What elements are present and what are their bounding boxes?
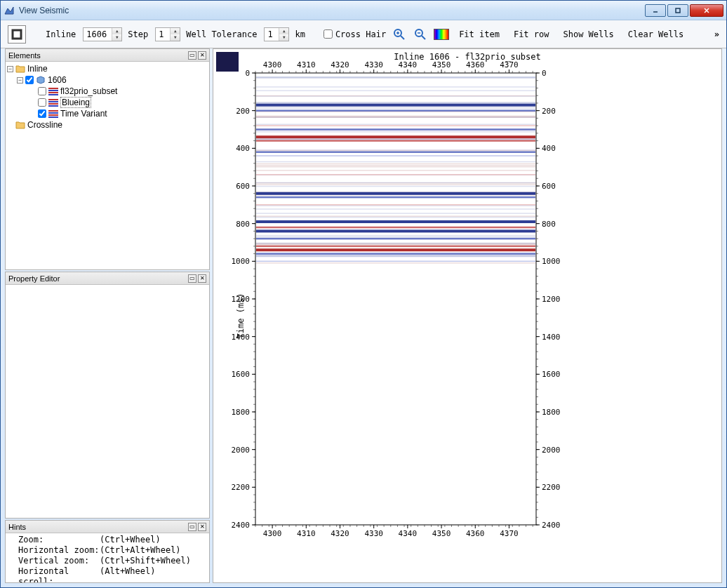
svg-text:600: 600 [236, 182, 250, 191]
minimize-button[interactable] [645, 4, 666, 17]
tree-node-timevariant[interactable]: Time Variant [7, 108, 208, 119]
well-tol-unit: km [295, 29, 305, 39]
title-bar[interactable]: View Seismic [1, 1, 726, 20]
tree-label-timevariant: Time Variant [60, 109, 107, 119]
inline-up[interactable]: ▲ [112, 28, 121, 34]
window-title: View Seismic [19, 6, 645, 15]
fit-item-button[interactable]: Fit item [455, 28, 504, 41]
seismic-plot[interactable]: 4300430043104310432043204330433043404340… [213, 49, 719, 582]
svg-rect-369 [256, 131, 535, 133]
svg-text:4320: 4320 [331, 60, 349, 69]
crosshair-checkbox[interactable] [324, 29, 333, 39]
svg-rect-13 [48, 94, 58, 95]
seismic-view[interactable]: Inline 1606 - fl32prio_subset Time (ms) … [213, 48, 722, 583]
node-checkbox[interactable] [38, 98, 46, 107]
svg-rect-379 [256, 151, 535, 153]
tree-label-fl32: fl32prio_subset [60, 86, 117, 96]
expander-icon[interactable]: − [7, 66, 13, 72]
svg-rect-342 [256, 256, 535, 258]
svg-text:4300: 4300 [263, 529, 282, 538]
svg-rect-16 [48, 103, 58, 105]
elements-tree[interactable]: − Inline − 1606 f [7, 63, 208, 131]
svg-rect-376 [256, 128, 535, 131]
step-spinbox[interactable]: ▲ ▼ [155, 27, 180, 41]
well-tol-up[interactable]: ▲ [279, 28, 288, 34]
svg-rect-378 [256, 140, 535, 142]
svg-rect-347 [256, 90, 535, 91]
svg-rect-346 [256, 215, 535, 217]
well-tol-input[interactable] [265, 28, 279, 41]
hint-vzoom: Vertical zoom:(Ctrl+Shift+Wheel) [8, 556, 206, 566]
inline-spinbox[interactable]: ▲ ▼ [83, 27, 122, 41]
tree-node-blueing[interactable]: Blueing [7, 97, 208, 108]
svg-rect-337 [256, 235, 535, 236]
colormap-button[interactable] [434, 27, 449, 42]
hints-close-button[interactable]: ✕ [198, 523, 206, 531]
hints-header[interactable]: Hints ▭ ✕ [6, 521, 209, 533]
svg-text:2200: 2200 [542, 483, 561, 492]
svg-rect-20 [48, 114, 58, 116]
svg-text:2000: 2000 [232, 446, 251, 455]
propedit-title: Property Editor [8, 274, 187, 283]
node-checkbox[interactable] [25, 76, 34, 84]
zoom-in-button[interactable] [392, 27, 407, 42]
step-input[interactable] [156, 28, 170, 41]
hints-float-button[interactable]: ▭ [188, 523, 196, 531]
toolbar-overflow[interactable]: » [714, 29, 719, 39]
hints-body: Zoom:(Ctrl+Wheel) Horizontal zoom:(Ctrl+… [6, 533, 209, 582]
elements-float-button[interactable]: ▭ [188, 51, 196, 60]
zoom-out-button[interactable] [413, 27, 428, 42]
svg-rect-377 [256, 135, 535, 138]
crosshair-toggle[interactable]: Cross Hair [324, 29, 386, 39]
step-up[interactable]: ▲ [171, 28, 180, 34]
propedit-close-button[interactable]: ✕ [198, 274, 206, 283]
svg-rect-382 [256, 192, 535, 195]
node-checkbox[interactable] [38, 109, 46, 118]
maximize-button[interactable] [667, 4, 688, 17]
square-icon [11, 29, 22, 40]
zoom-out-icon [414, 28, 427, 41]
well-tol-spinbox[interactable]: ▲ ▼ [264, 27, 289, 41]
inline-down[interactable]: ▼ [112, 34, 121, 41]
clear-wells-button[interactable]: Clear Wells [624, 28, 688, 41]
propedit-header[interactable]: Property Editor ▭ ✕ [6, 272, 209, 285]
frame-tool[interactable] [8, 25, 26, 44]
svg-rect-383 [256, 196, 535, 199]
tree-label-inline: Inline [27, 64, 48, 74]
svg-rect-361 [256, 165, 535, 166]
elements-header[interactable]: Elements ▭ ✕ [6, 49, 209, 62]
svg-text:2400: 2400 [542, 521, 561, 530]
close-button[interactable] [690, 4, 723, 17]
expander-icon[interactable]: − [17, 77, 23, 83]
tree-node-inline[interactable]: − Inline [7, 63, 208, 74]
elements-close-button[interactable]: ✕ [198, 51, 206, 60]
svg-text:400: 400 [542, 144, 556, 153]
fit-row-button[interactable]: Fit row [509, 28, 554, 41]
tree-node-crossline[interactable]: Crossline [7, 119, 208, 131]
step-down[interactable]: ▼ [171, 34, 180, 41]
tree-node-fl32[interactable]: fl32prio_subset [7, 86, 208, 97]
svg-text:1200: 1200 [232, 295, 251, 304]
svg-text:1600: 1600 [232, 370, 251, 379]
svg-text:2200: 2200 [232, 483, 251, 492]
propedit-float-button[interactable]: ▭ [188, 274, 196, 283]
well-tol-down[interactable]: ▼ [279, 34, 288, 41]
step-label: Step [128, 29, 148, 39]
svg-rect-387 [256, 229, 535, 232]
tree-node-1606[interactable]: − 1606 [7, 74, 208, 86]
tree-label-1606: 1606 [48, 75, 67, 85]
svg-text:4300: 4300 [263, 60, 282, 69]
svg-rect-381 [256, 174, 535, 175]
node-checkbox[interactable] [38, 87, 46, 95]
svg-text:4330: 4330 [364, 529, 383, 538]
svg-text:1800: 1800 [232, 408, 251, 417]
show-wells-button[interactable]: Show Wells [559, 28, 618, 41]
inline-input[interactable] [84, 28, 112, 41]
svg-rect-355 [256, 150, 535, 152]
svg-rect-1 [676, 8, 680, 13]
svg-text:600: 600 [542, 182, 556, 191]
svg-rect-390 [256, 248, 535, 251]
svg-rect-2 [13, 30, 21, 39]
svg-text:4340: 4340 [399, 60, 418, 69]
svg-rect-319 [256, 208, 535, 210]
